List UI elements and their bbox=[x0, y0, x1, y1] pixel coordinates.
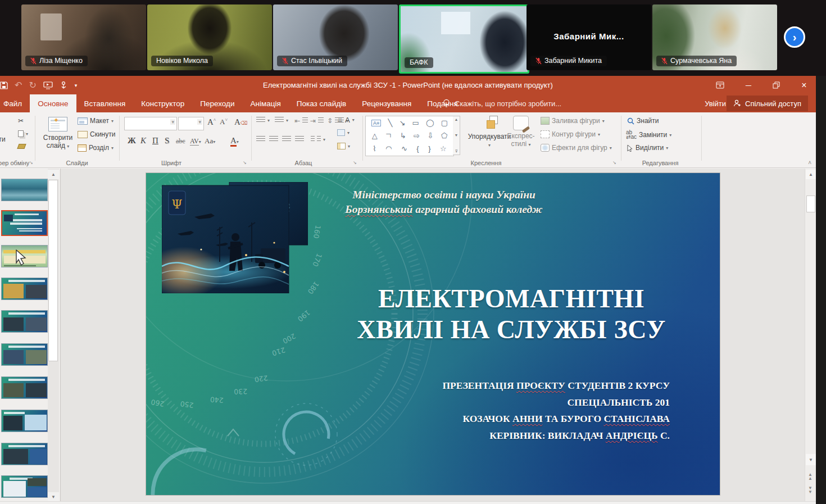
align-center-button[interactable] bbox=[269, 136, 278, 143]
increase-indent-button[interactable]: ⇥ bbox=[310, 117, 324, 125]
tab-design[interactable]: Конструктор bbox=[133, 94, 192, 112]
share-button[interactable]: Спільний доступ bbox=[727, 96, 808, 111]
slide-thumbnail-5[interactable] bbox=[1, 310, 48, 333]
character-spacing-button[interactable]: AV▾ bbox=[190, 137, 201, 146]
touch-mode-icon[interactable] bbox=[60, 81, 68, 89]
replace-button[interactable]: ab⇄ac Замінити▾ bbox=[626, 130, 671, 139]
main-scrollbar[interactable]: ▲ ▼ bbox=[805, 169, 816, 504]
slide-thumbnail-7[interactable] bbox=[1, 376, 48, 399]
tab-home[interactable]: Основне bbox=[30, 94, 76, 112]
slide-thumbnail-9[interactable] bbox=[1, 443, 48, 465]
text-direction-button[interactable]: ⇊A▾ bbox=[337, 116, 355, 124]
tab-animations[interactable]: Анімація bbox=[242, 94, 288, 112]
shape-effects-button[interactable]: Ефекти для фігур▾ bbox=[541, 144, 612, 152]
sign-in-button[interactable]: Увійти bbox=[705, 94, 726, 112]
grow-font-button[interactable]: А˄ bbox=[207, 117, 216, 127]
section-button[interactable]: Розділ▾ bbox=[78, 144, 114, 152]
tell-me-box[interactable]: Скажіть, що потрібно зробити... bbox=[443, 94, 561, 112]
restore-button[interactable] bbox=[773, 81, 780, 89]
scroll-down-arrow[interactable]: ▼ bbox=[806, 454, 816, 465]
shapes-gallery-scroll[interactable]: ▲▼⊽ bbox=[453, 116, 460, 155]
slide-thumbnail-2-selected[interactable] bbox=[1, 210, 48, 236]
new-slide-button[interactable]: ✦ Створитислайд ▾ bbox=[40, 116, 75, 160]
slide-header-text[interactable]: Міністерство освіти і науки України Борз… bbox=[315, 188, 573, 217]
slide-thumbnail-6[interactable] bbox=[1, 343, 48, 366]
drawing-dialog-launcher[interactable]: ↘ bbox=[612, 160, 618, 166]
qat-customize-icon[interactable]: ▾ bbox=[75, 83, 78, 88]
strikethrough-button[interactable]: abc bbox=[176, 137, 185, 146]
align-right-button[interactable] bbox=[282, 136, 291, 143]
save-icon[interactable] bbox=[0, 81, 8, 89]
close-button[interactable]: × bbox=[799, 80, 809, 90]
slide-thumbnail-8[interactable] bbox=[1, 410, 48, 432]
thumbnail-panel-scrollbar[interactable]: ▲ ▼ bbox=[48, 169, 59, 504]
bold-button[interactable]: Ж bbox=[128, 136, 136, 146]
slide-thumbnail-1[interactable] bbox=[1, 179, 48, 201]
align-left-button[interactable] bbox=[256, 136, 265, 143]
minimize-button[interactable]: ─ bbox=[743, 81, 754, 90]
tab-review[interactable]: Рецензування bbox=[354, 94, 419, 112]
collapse-ribbon-icon[interactable]: ˄ bbox=[808, 160, 811, 166]
scrollbar-thumb[interactable] bbox=[48, 180, 58, 361]
font-size-combo[interactable] bbox=[178, 117, 204, 130]
next-participants-button[interactable]: › bbox=[784, 26, 805, 48]
text-shadow-button[interactable]: S bbox=[165, 136, 169, 146]
previous-slide-button[interactable]: ▲▲ bbox=[805, 471, 816, 482]
participant-tile-active-speaker[interactable]: БАФК bbox=[399, 4, 529, 74]
select-button[interactable]: Виділити▾ bbox=[627, 144, 668, 152]
clipboard-dialog-launcher[interactable]: ↘ bbox=[29, 160, 35, 166]
cut-button[interactable]: ✂ bbox=[18, 117, 24, 125]
shapes-gallery[interactable]: A≡╲↘▭◯▢ △ㄱ↳⇨⇩⬠ ⌇◠∿{}☆ bbox=[365, 116, 454, 156]
quick-styles-button[interactable]: Експрес-стилі ▾ bbox=[505, 116, 537, 148]
shrink-font-button[interactable]: А˅ bbox=[220, 117, 228, 126]
undo-icon[interactable]: ↶ bbox=[15, 80, 22, 90]
italic-button[interactable]: К bbox=[140, 136, 146, 146]
scroll-up-arrow[interactable]: ▲ bbox=[48, 170, 59, 179]
paste-button[interactable]: Вставити bbox=[0, 115, 8, 143]
participant-tile[interactable]: Стас Ільвіцький bbox=[273, 4, 398, 70]
bullets-button[interactable]: ▾ bbox=[256, 117, 270, 124]
smartart-button[interactable]: ▾ bbox=[337, 143, 350, 149]
paragraph-dialog-launcher[interactable]: ↘ bbox=[353, 160, 358, 166]
scroll-down-arrow[interactable]: ▼ bbox=[48, 492, 59, 502]
slide-editing-area[interactable]: 160 170 180 190 200 210 220 230 240 250 … bbox=[146, 173, 720, 495]
reset-button[interactable]: Скинути bbox=[78, 130, 115, 138]
redo-icon[interactable]: ↻ bbox=[29, 80, 36, 90]
arrange-button[interactable]: Упорядкувати▾ bbox=[470, 116, 509, 148]
font-dialog-launcher[interactable]: ↘ bbox=[243, 160, 248, 166]
shape-outline-button[interactable]: Контур фігури▾ bbox=[541, 130, 600, 138]
next-slide-button[interactable]: ▼▼ bbox=[805, 484, 816, 496]
columns-button[interactable]: ▾ bbox=[311, 136, 325, 143]
font-name-combo[interactable] bbox=[124, 117, 177, 130]
tab-insert[interactable]: Вставлення bbox=[76, 94, 134, 112]
participant-tile[interactable]: Забарний Мик... Забарний Микита bbox=[527, 4, 651, 70]
participant-tile[interactable]: Сурмачевська Яна bbox=[652, 4, 777, 70]
slide-subtitle[interactable]: ПРЕЗЕНТАЦІЯ ПРОЄКТУ СТУДЕНТІВ 2 КУРСУ СП… bbox=[360, 378, 670, 444]
ribbon-display-options-icon[interactable] bbox=[716, 81, 724, 89]
change-case-button[interactable]: Aa▾ bbox=[205, 137, 215, 146]
format-painter-button[interactable] bbox=[18, 144, 25, 149]
find-button[interactable]: Знайти bbox=[627, 117, 659, 125]
start-slideshow-icon[interactable] bbox=[43, 81, 53, 89]
clear-formatting-button[interactable]: A⌫ bbox=[234, 117, 248, 127]
participant-tile[interactable]: Новіков Микола bbox=[147, 4, 272, 70]
tab-transitions[interactable]: Переходи bbox=[192, 94, 242, 112]
scroll-up-arrow[interactable]: ▲ bbox=[806, 170, 816, 179]
participant-tile[interactable]: Ліза Міщенко bbox=[21, 4, 146, 70]
align-text-button[interactable]: ▾ bbox=[337, 129, 350, 136]
font-color-button[interactable]: A▾ bbox=[230, 136, 239, 146]
slide-thumbnail-4[interactable] bbox=[1, 278, 48, 300]
decrease-indent-button[interactable]: ⇤ bbox=[294, 117, 308, 125]
numbering-button[interactable]: ▾ bbox=[275, 117, 288, 124]
justify-button[interactable] bbox=[295, 136, 304, 143]
tab-file[interactable]: Файл bbox=[0, 94, 30, 112]
slide-thumbnail-10[interactable] bbox=[1, 475, 48, 498]
copy-button[interactable]: ▾ bbox=[18, 130, 28, 137]
tab-slideshow[interactable]: Показ слайдів bbox=[289, 94, 354, 112]
slide-title[interactable]: ЕЛЕКТРОМАГНІТНІ ХВИЛІ НА СЛУЖБІ ЗСУ bbox=[348, 283, 674, 345]
layout-button[interactable]: Макет▾ bbox=[78, 117, 114, 125]
slide-title-image[interactable]: Ψ Ψ bbox=[162, 182, 308, 293]
scrollbar-thumb[interactable] bbox=[806, 196, 815, 212]
underline-button[interactable]: П bbox=[152, 136, 158, 146]
shape-fill-button[interactable]: Заливка фігури▾ bbox=[541, 117, 605, 125]
